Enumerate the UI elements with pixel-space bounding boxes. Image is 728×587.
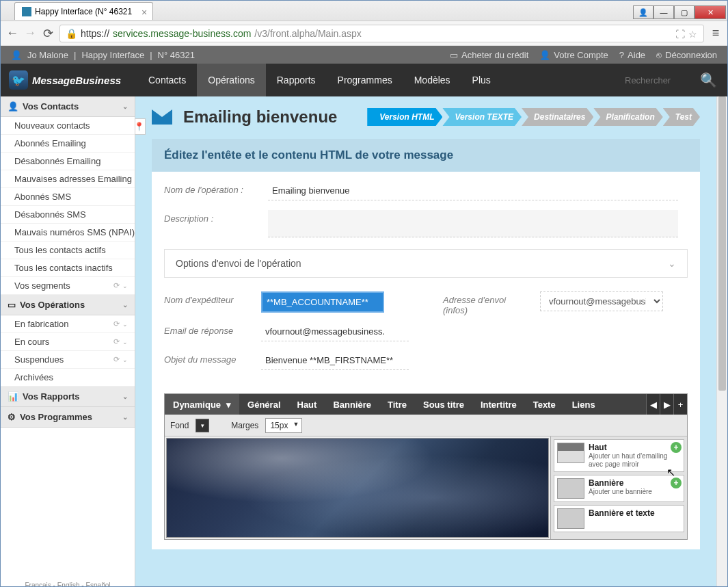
user-icon: 👤: [8, 101, 18, 112]
tab-general[interactable]: Général: [239, 394, 288, 415]
next-button[interactable]: ▶: [660, 394, 673, 415]
send-address-select[interactable]: vfournout@messagebusin: [540, 291, 663, 311]
maximize-button[interactable]: ▢: [674, 5, 695, 19]
scrollbar[interactable]: [716, 96, 727, 586]
steps: Version HTML Version TEXTE Destinataires…: [367, 108, 700, 126]
lock-icon: 🔒: [66, 28, 77, 39]
menu-icon[interactable]: ≡: [710, 27, 722, 40]
sidebar-operations-header[interactable]: ▭Vos Opérations⌄: [1, 295, 135, 315]
sidebar-contacts-header[interactable]: 👤Vos Contacts⌄: [1, 96, 135, 117]
url-prefix: https://: [81, 28, 109, 39]
forward-icon[interactable]: →: [24, 27, 36, 40]
sidebar-item[interactable]: Suspendues⟳⌄: [1, 351, 135, 369]
sidebar-footer: Français - English - Español Conditions …: [1, 578, 135, 586]
operation-name-input[interactable]: [268, 181, 678, 200]
tab-title: Happy Interface (N° 46321: [35, 7, 132, 16]
user-button[interactable]: 👤: [633, 5, 653, 19]
reply-email-input[interactable]: [261, 322, 409, 341]
tab-close-icon[interactable]: ×: [141, 7, 147, 18]
add-icon[interactable]: +: [671, 478, 682, 488]
sidebar-item[interactable]: Désabonnés Emailing: [1, 153, 135, 170]
logout-link[interactable]: ⎋Déconnexion: [656, 50, 717, 60]
sidebar-item[interactable]: En fabrication⟳⌄: [1, 315, 135, 333]
description-input[interactable]: [268, 210, 678, 237]
sidebar-item[interactable]: Abonnés Emailing: [1, 135, 135, 153]
refresh-icon[interactable]: ⟳: [113, 337, 120, 346]
nav-programmes[interactable]: Programmes: [327, 64, 403, 96]
refresh-icon[interactable]: ⟳: [113, 355, 120, 364]
url-bar: ← → ⟳ 🔒 https://services.message-busines…: [1, 21, 727, 46]
account-link[interactable]: 👤Votre Compte: [539, 50, 608, 60]
sidebar-item[interactable]: Mauvaises adresses Emailing: [1, 170, 135, 188]
sidebar-item[interactable]: Vos segments⟳⌄: [1, 277, 135, 295]
add-button[interactable]: +: [673, 394, 687, 415]
sidebar-item[interactable]: Tous les contacts inactifs: [1, 259, 135, 277]
tab-texte[interactable]: Texte: [525, 394, 564, 415]
prev-button[interactable]: ◀: [646, 394, 660, 415]
refresh-icon[interactable]: ⟳: [113, 281, 120, 290]
block-banniere-texte[interactable]: Bannière et texte: [554, 505, 684, 532]
chevron-down-icon: ⌄: [122, 356, 128, 363]
nav-plus[interactable]: Plus: [461, 64, 502, 96]
tab-haut[interactable]: Haut: [289, 394, 325, 415]
help-link[interactable]: ?Aide: [619, 50, 645, 60]
lang-links[interactable]: Français - English - Español: [3, 581, 132, 586]
reload-icon[interactable]: ⟳: [42, 27, 54, 40]
email-preview[interactable]: [166, 438, 549, 538]
browser-tab[interactable]: Happy Interface (N° 46321 ×: [14, 2, 153, 20]
sidebar-item[interactable]: Abonnés SMS: [1, 188, 135, 206]
nav-rapports[interactable]: Rapports: [266, 64, 327, 96]
tab-liens[interactable]: Liens: [564, 394, 604, 415]
block-haut[interactable]: HautAjouter un haut d'emailing avec page…: [554, 439, 684, 472]
step-destinataires[interactable]: Destinataires: [522, 108, 593, 126]
sidebar-item[interactable]: En cours⟳⌄: [1, 333, 135, 351]
nav-contacts[interactable]: Contacts: [137, 64, 197, 96]
minimize-button[interactable]: —: [653, 5, 674, 19]
sidebar-item[interactable]: Tous les contacts actifs: [1, 242, 135, 259]
label-adresse: Adresse d'envoi(infos): [443, 291, 532, 315]
step-html[interactable]: Version HTML: [367, 108, 442, 126]
back-icon[interactable]: ←: [6, 27, 18, 40]
chevron-down-icon: ⌄: [122, 321, 128, 328]
logo[interactable]: 🐦 MessageBusiness: [1, 70, 137, 90]
add-icon[interactable]: +: [671, 442, 682, 453]
star-icon[interactable]: ☆: [688, 29, 698, 38]
tab-titre[interactable]: Titre: [379, 394, 415, 415]
sidebar-item[interactable]: Désabonnés SMS: [1, 206, 135, 224]
buy-credit-link[interactable]: ▭Acheter du crédit: [450, 50, 528, 60]
main-area: 📍 Emailing bienvenue Version HTML Versio…: [135, 96, 727, 586]
sidebar-item[interactable]: Mauvais numéros SMS (NPAI): [1, 224, 135, 242]
translate-icon[interactable]: ⛶: [675, 29, 685, 38]
sidebar: 👤Vos Contacts⌄ Nouveaux contacts Abonnés…: [1, 96, 135, 586]
chevron-down-icon: ⌄: [122, 103, 128, 110]
step-test[interactable]: Test: [663, 108, 700, 126]
pin-button[interactable]: 📍: [135, 118, 146, 135]
search-icon[interactable]: 🔍: [700, 72, 717, 88]
tab-intertitre[interactable]: Intertitre: [472, 394, 525, 415]
block-banniere[interactable]: BannièreAjouter une bannière +: [554, 475, 684, 502]
url-input[interactable]: 🔒 https://services.message-business.com/…: [59, 25, 704, 42]
close-button[interactable]: ✕: [695, 5, 726, 19]
bg-color-picker[interactable]: ▾: [196, 419, 209, 432]
tab-soustitre[interactable]: Sous titre: [415, 394, 472, 415]
user-name: Jo Malone: [27, 50, 68, 60]
nav-modeles[interactable]: Modèles: [403, 64, 461, 96]
step-planification[interactable]: Planification: [593, 108, 662, 126]
tab-dynamique[interactable]: Dynamique▾: [165, 394, 239, 415]
refresh-icon[interactable]: ⟳: [113, 319, 120, 328]
sidebar-item[interactable]: Archivées: [1, 369, 135, 387]
account-number: N° 46321: [158, 50, 195, 60]
sidebar-item[interactable]: Nouveaux contacts: [1, 117, 135, 135]
nav-operations[interactable]: Opérations: [197, 64, 265, 96]
search-input[interactable]: [625, 75, 693, 86]
folder-icon: ▭: [8, 300, 16, 310]
sender-name-input[interactable]: [261, 291, 384, 313]
options-accordion[interactable]: Options d'envoi de l'opération⌄: [164, 249, 688, 278]
subject-input[interactable]: [261, 351, 409, 370]
tab-banniere[interactable]: Bannière: [325, 394, 379, 415]
sidebar-programmes-header[interactable]: ⚙Vos Programmes⌄: [1, 407, 135, 428]
scroll-thumb[interactable]: [718, 96, 726, 391]
sidebar-rapports-header[interactable]: 📊Vos Rapports⌄: [1, 387, 135, 407]
margin-select[interactable]: 15px: [265, 418, 302, 433]
step-texte[interactable]: Version TEXTE: [442, 108, 522, 126]
